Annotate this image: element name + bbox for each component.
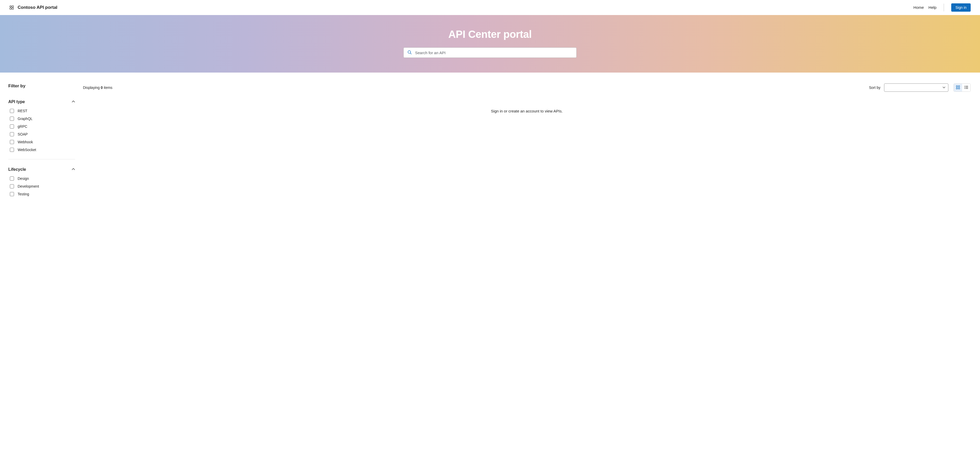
app-name: Contoso API portal	[18, 5, 57, 10]
svg-point-0	[10, 5, 11, 7]
hero-title: API Center portal	[448, 29, 532, 40]
filter-head-api-type[interactable]: API type	[8, 100, 75, 104]
svg-rect-3	[12, 8, 13, 10]
filter-option-label: Testing	[18, 192, 29, 196]
checkbox-icon	[10, 192, 14, 196]
display-count: Displaying 0 items	[83, 86, 113, 90]
checkbox-icon	[10, 117, 14, 121]
filter-option-label: Development	[18, 184, 39, 188]
svg-rect-7	[958, 86, 960, 87]
filter-by-title: Filter by	[8, 83, 75, 89]
app-logo-icon	[10, 5, 14, 10]
svg-line-5	[410, 53, 412, 54]
checkbox-icon	[10, 124, 14, 129]
content-toolbar: Displaying 0 items Sort by	[83, 83, 970, 92]
checkbox-icon	[10, 140, 14, 144]
hero-banner: API Center portal	[0, 15, 980, 73]
empty-state-message: Sign in or create an account to view API…	[83, 109, 970, 113]
checkbox-icon	[10, 184, 14, 188]
signin-button[interactable]: Sign in	[951, 3, 970, 12]
search-box[interactable]	[403, 48, 577, 58]
svg-point-12	[964, 87, 965, 87]
filter-option-design[interactable]: Design	[10, 176, 75, 181]
svg-rect-6	[956, 86, 958, 87]
filter-option-label: SOAP	[18, 132, 28, 136]
checkbox-icon	[10, 176, 14, 181]
chevron-up-icon	[72, 100, 75, 104]
checkbox-icon	[10, 109, 14, 113]
sidebar: Filter by API type REST GraphQL	[8, 83, 75, 203]
filter-title-api-type: API type	[8, 100, 25, 104]
filter-option-label: gRPC	[18, 124, 27, 129]
svg-point-4	[408, 51, 410, 53]
filter-option-rest[interactable]: REST	[10, 109, 75, 113]
search-input[interactable]	[415, 51, 573, 55]
filter-section-lifecycle: Lifecycle Design Development Testing	[8, 159, 75, 203]
display-suffix: items	[103, 86, 112, 90]
checkbox-icon	[10, 132, 14, 136]
svg-rect-8	[956, 87, 958, 89]
chevron-down-icon	[942, 86, 945, 90]
search-icon	[407, 50, 412, 56]
display-prefix: Displaying	[83, 86, 100, 90]
sort-by-select[interactable]	[884, 83, 948, 92]
filter-option-label: GraphQL	[18, 117, 33, 121]
filter-option-label: WebSocket	[18, 148, 36, 152]
filter-option-soap[interactable]: SOAP	[10, 132, 75, 136]
logo[interactable]: Contoso API portal	[10, 5, 57, 10]
checkbox-icon	[10, 148, 14, 152]
sort-by-label: Sort by	[869, 86, 880, 90]
nav-home[interactable]: Home	[913, 5, 924, 10]
svg-rect-9	[958, 87, 960, 89]
filter-option-development[interactable]: Development	[10, 184, 75, 188]
svg-rect-2	[10, 8, 11, 10]
content: Displaying 0 items Sort by	[83, 83, 970, 203]
view-toggle	[953, 83, 970, 92]
svg-rect-1	[12, 5, 13, 7]
list-view-button[interactable]	[962, 84, 970, 92]
filter-option-label: REST	[18, 109, 27, 113]
svg-point-10	[964, 86, 965, 86]
filter-title-lifecycle: Lifecycle	[8, 167, 26, 172]
grid-icon	[956, 85, 960, 90]
filter-option-grpc[interactable]: gRPC	[10, 124, 75, 129]
svg-point-14	[964, 88, 965, 89]
filter-section-api-type: API type REST GraphQL gRPC	[8, 100, 75, 159]
main: Filter by API type REST GraphQL	[0, 73, 980, 203]
filter-head-lifecycle[interactable]: Lifecycle	[8, 167, 75, 172]
filter-option-websocket[interactable]: WebSocket	[10, 148, 75, 152]
topbar: Contoso API portal Home Help Sign in	[0, 0, 980, 15]
nav-help[interactable]: Help	[928, 5, 937, 10]
filter-option-label: Design	[18, 176, 29, 181]
filter-option-testing[interactable]: Testing	[10, 192, 75, 196]
filter-option-label: Webhook	[18, 140, 33, 144]
topbar-nav: Home Help Sign in	[913, 3, 970, 12]
list-icon	[964, 85, 968, 90]
filter-option-graphql[interactable]: GraphQL	[10, 117, 75, 121]
chevron-up-icon	[72, 167, 75, 172]
filter-option-webhook[interactable]: Webhook	[10, 140, 75, 144]
grid-view-button[interactable]	[954, 84, 962, 92]
